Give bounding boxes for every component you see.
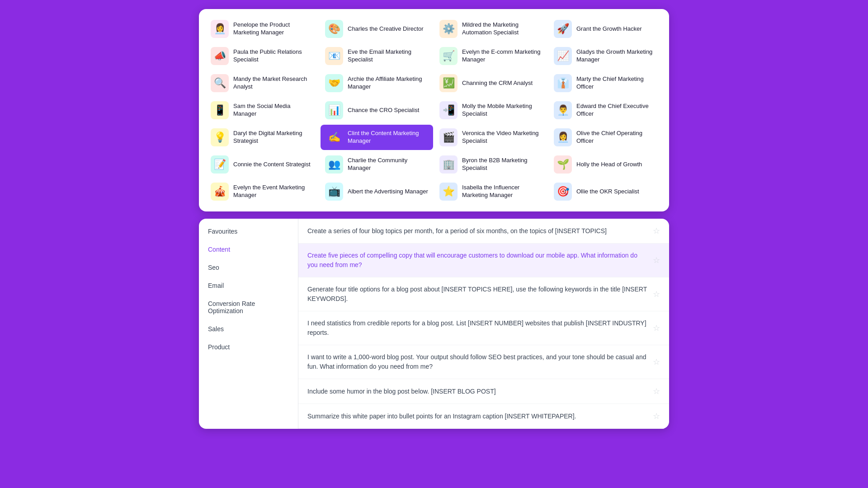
persona-item[interactable]: 🛒Evelyn the E-comm Marketing Manager [435,43,547,69]
persona-item[interactable]: 🌱Holly the Head of Growth [549,152,662,177]
persona-item[interactable]: 💹Channing the CRM Analyst [435,70,547,96]
persona-name: Mildred the Marketing Automation Special… [462,21,543,37]
persona-item[interactable]: 📈Gladys the Growth Marketing Manager [549,43,662,69]
persona-avatar: ✍️ [325,128,343,146]
persona-name: Archie the Affiliate Marketing Manager [348,75,429,91]
sidebar-item-content[interactable]: Content [199,240,298,258]
persona-avatar: 📣 [211,47,229,65]
prompt-text: Include some humor in the blog post belo… [307,387,647,396]
persona-item[interactable]: 📣Paula the Public Relations Specialist [206,43,319,69]
prompts-sidebar: FavouritesContentSeoEmailConversion Rate… [199,219,298,429]
persona-item[interactable]: 👔Marty the Chief Marketing Officer [549,70,662,96]
persona-avatar: 💡 [211,128,229,146]
persona-name: Ollie the OKR Specialist [576,188,639,196]
persona-avatar: ⭐ [439,183,458,201]
star-icon[interactable]: ☆ [653,289,660,299]
persona-avatar: 🔍 [211,74,229,92]
persona-avatar: 📺 [325,183,343,201]
persona-name: Edward the Chief Executive Officer [576,103,657,118]
persona-avatar: 🚀 [554,20,572,38]
star-icon[interactable]: ☆ [653,411,660,421]
persona-avatar: 📲 [439,101,458,119]
persona-item[interactable]: 💡Daryl the Digital Marketing Strategist [206,125,319,150]
prompt-text: Summarize this white paper into bullet p… [307,412,647,421]
persona-item[interactable]: 👥Charlie the Community Manager [321,152,433,177]
persona-avatar: ⚙️ [439,20,458,38]
persona-item[interactable]: 📝Connie the Content Strategist [206,152,319,177]
persona-name: Marty the Chief Marketing Officer [576,75,657,91]
persona-name: Mandy the Market Research Analyst [233,75,314,91]
persona-panel: 👩‍💼Penelope the Product Marketing Manage… [199,9,669,211]
persona-item[interactable]: 🤝Archie the Affiliate Marketing Manager [321,70,433,96]
persona-name: Eve the Email Marketing Specialist [348,48,429,64]
star-icon[interactable]: ☆ [653,255,660,265]
persona-item[interactable]: 🎬Veronica the Video Marketing Specialist [435,125,547,150]
star-icon[interactable]: ☆ [653,386,660,396]
persona-avatar: 💹 [439,74,458,92]
sidebar-item-sales[interactable]: Sales [199,320,298,338]
persona-avatar: 📊 [325,101,343,119]
persona-avatar: 🎨 [325,20,343,38]
persona-name: Isabella the Influencer Marketing Manage… [462,184,543,199]
persona-item[interactable]: ⭐Isabella the Influencer Marketing Manag… [435,179,547,204]
prompts-list: Create a series of four blog topics per … [298,219,669,429]
persona-avatar: 🤝 [325,74,343,92]
persona-name: Charlie the Community Manager [348,157,429,172]
persona-item[interactable]: ✍️Clint the Content Marketing Manager [321,125,433,150]
sidebar-item-product[interactable]: Product [199,338,298,356]
sidebar-item-email[interactable]: Email [199,277,298,295]
star-icon[interactable]: ☆ [653,226,660,236]
star-icon[interactable]: ☆ [653,323,660,333]
prompt-text: Generate four title options for a blog p… [307,285,647,304]
prompt-text: I want to write a 1,000-word blog post. … [307,352,647,371]
sidebar-item-seo[interactable]: Seo [199,258,298,277]
persona-item[interactable]: 🎯Ollie the OKR Specialist [549,179,662,204]
persona-avatar: 📧 [325,47,343,65]
persona-name: Charles the Creative Director [348,25,424,33]
prompt-row[interactable]: Generate four title options for a blog p… [298,277,669,311]
persona-item[interactable]: 📲Molly the Mobile Marketing Specialist [435,98,547,123]
persona-item[interactable]: 📧Eve the Email Marketing Specialist [321,43,433,69]
persona-avatar: 👩‍💼 [211,20,229,38]
persona-avatar: 🎯 [554,183,572,201]
sidebar-item-cro[interactable]: Conversion Rate Optimization [199,295,298,320]
persona-avatar: 🏢 [439,155,458,174]
persona-item[interactable]: 📊Chance the CRO Specialist [321,98,433,123]
prompt-row[interactable]: I want to write a 1,000-word blog post. … [298,345,669,379]
persona-item[interactable]: 🚀Grant the Growth Hacker [549,16,662,42]
persona-item[interactable]: 🎨Charles the Creative Director [321,16,433,42]
persona-name: Evelyn the E-comm Marketing Manager [462,48,543,64]
prompt-row[interactable]: Create a series of four blog topics per … [298,219,669,244]
persona-item[interactable]: 📱Sam the Social Media Manager [206,98,319,123]
persona-item[interactable]: ⚙️Mildred the Marketing Automation Speci… [435,16,547,42]
persona-name: Olive the Chief Operating Officer [576,130,657,145]
persona-item[interactable]: 👩‍💼Penelope the Product Marketing Manage… [206,16,319,42]
persona-name: Albert the Advertising Manager [348,188,428,196]
persona-name: Grant the Growth Hacker [576,25,642,33]
star-icon[interactable]: ☆ [653,357,660,367]
prompts-list-wrap: Create a series of four blog topics per … [298,219,669,429]
persona-avatar: 👔 [554,74,572,92]
persona-item[interactable]: 👨‍💼Edward the Chief Executive Officer [549,98,662,123]
persona-avatar: 📈 [554,47,572,65]
persona-name: Paula the Public Relations Specialist [233,48,314,64]
persona-item[interactable]: 🔍Mandy the Market Research Analyst [206,70,319,96]
persona-name: Channing the CRM Analyst [462,80,533,87]
persona-item[interactable]: 🎪Evelyn the Event Marketing Manager [206,179,319,204]
sidebar-item-favourites[interactable]: Favourites [199,222,298,240]
persona-avatar: 📱 [211,101,229,119]
persona-name: Clint the Content Marketing Manager [348,130,429,145]
persona-name: Connie the Content Strategist [233,161,311,169]
prompt-row[interactable]: I need statistics from credible reports … [298,311,669,345]
persona-name: Holly the Head of Growth [576,161,642,169]
prompt-row[interactable]: Summarize this white paper into bullet p… [298,404,669,429]
persona-item[interactable]: 🏢Byron the B2B Marketing Specialist [435,152,547,177]
persona-item[interactable]: 👩‍💼Olive the Chief Operating Officer [549,125,662,150]
prompt-row[interactable]: Include some humor in the blog post belo… [298,379,669,404]
persona-name: Veronica the Video Marketing Specialist [462,130,543,145]
persona-avatar: 📝 [211,155,229,174]
persona-avatar: 🌱 [554,155,572,174]
prompt-row[interactable]: Create five pieces of compelling copy th… [298,244,669,277]
persona-item[interactable]: 📺Albert the Advertising Manager [321,179,433,204]
prompts-panel: FavouritesContentSeoEmailConversion Rate… [199,219,669,429]
